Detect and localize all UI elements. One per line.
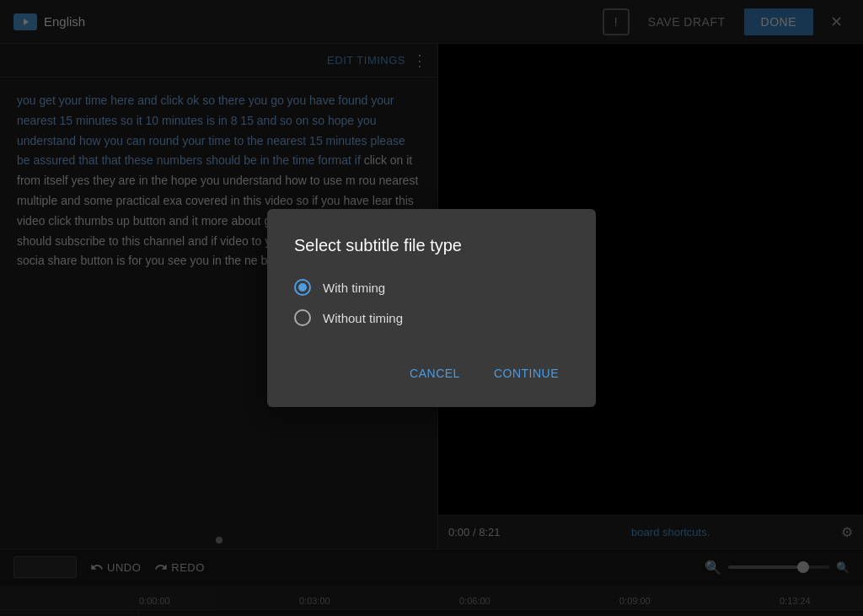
select-subtitle-modal: Select subtitle file type With timing Wi… (267, 209, 596, 407)
radio-label-with-timing: With timing (323, 281, 385, 295)
radio-item-with-timing[interactable]: With timing (294, 279, 569, 296)
modal-overlay: Select subtitle file type With timing Wi… (0, 0, 863, 616)
cancel-button[interactable]: CANCEL (399, 360, 470, 387)
radio-group: With timing Without timing (294, 279, 569, 326)
modal-actions: CANCEL CONTINUE (294, 360, 569, 387)
modal-title: Select subtitle file type (294, 236, 569, 255)
continue-button[interactable]: CONTINUE (484, 360, 569, 387)
radio-item-without-timing[interactable]: Without timing (294, 309, 569, 326)
radio-label-without-timing: Without timing (323, 311, 403, 325)
radio-circle-with-timing (294, 279, 311, 296)
radio-dot-with-timing (298, 283, 307, 292)
radio-circle-without-timing (294, 309, 311, 326)
